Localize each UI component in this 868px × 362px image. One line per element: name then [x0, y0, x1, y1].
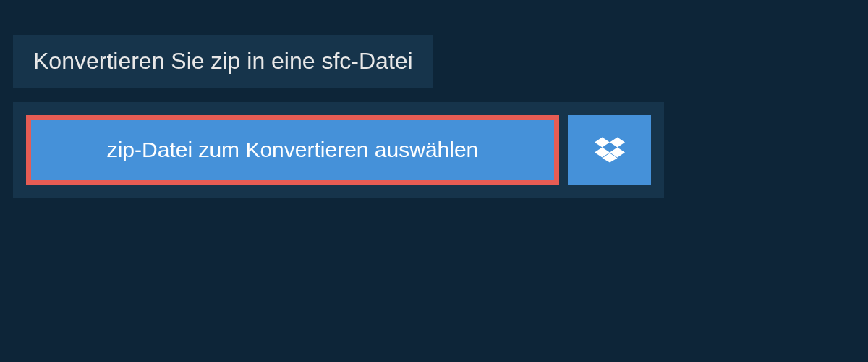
select-file-button[interactable]: zip-Datei zum Konvertieren auswählen	[26, 115, 559, 185]
title-bar: Konvertieren Sie zip in eine sfc-Datei	[13, 35, 433, 88]
page-container: Konvertieren Sie zip in eine sfc-Datei z…	[0, 0, 868, 198]
dropbox-icon	[595, 135, 625, 165]
upload-panel: zip-Datei zum Konvertieren auswählen	[13, 102, 664, 198]
dropbox-button[interactable]	[568, 115, 651, 185]
page-title: Konvertieren Sie zip in eine sfc-Datei	[33, 48, 413, 74]
select-file-label: zip-Datei zum Konvertieren auswählen	[107, 138, 479, 162]
